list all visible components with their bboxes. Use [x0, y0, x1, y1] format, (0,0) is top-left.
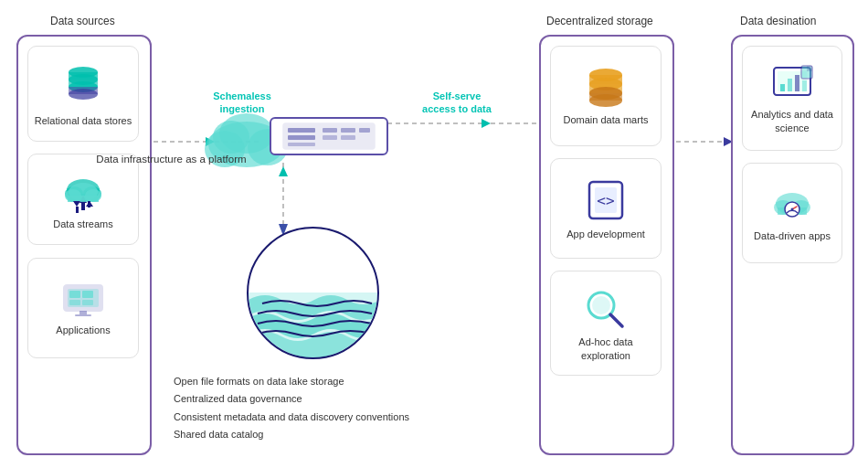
svg-rect-55 [341, 135, 355, 140]
feature-1: Open file formats on data lake storage [174, 373, 409, 390]
svg-line-69 [610, 314, 622, 326]
svg-rect-54 [323, 135, 337, 140]
svg-rect-40 [79, 311, 87, 314]
feature-2: Centralized data governance [174, 390, 409, 408]
svg-rect-36 [69, 291, 80, 298]
svg-rect-48 [288, 128, 315, 133]
sources-section-label: Data sources [50, 15, 115, 27]
card-datadriven: Data-driven apps [742, 163, 842, 263]
card-adhoc: Ad-hoc data exploration [550, 271, 662, 376]
svg-rect-38 [69, 300, 80, 305]
relational-label: Relational data stores [35, 114, 132, 127]
card-streams: Data streams [27, 154, 139, 245]
platform-box [270, 117, 388, 155]
datadriven-label: Data-driven apps [754, 229, 831, 242]
feature-4: Shared data catalog [174, 426, 409, 443]
svg-rect-33 [88, 201, 90, 207]
card-appdev: <> App development [550, 158, 662, 259]
features-list: Open file formats on data lake storage C… [174, 373, 409, 443]
svg-text:<>: <> [597, 192, 614, 209]
svg-rect-39 [82, 300, 93, 305]
adhoc-label: Ad-hoc data exploration [556, 335, 655, 362]
svg-rect-52 [341, 128, 355, 133]
appdev-label: App development [566, 228, 645, 240]
domain-label: Domain data marts [564, 113, 649, 126]
svg-point-46 [213, 121, 249, 154]
svg-rect-41 [75, 314, 91, 316]
main-diagram: Data sources Decentralized storage Data … [0, 0, 868, 468]
streams-label: Data streams [53, 218, 112, 230]
svg-point-63 [589, 94, 622, 107]
feature-3: Consistent metadata and data discovery c… [174, 409, 409, 426]
analytics-label: Analytics and data science [748, 108, 836, 134]
platform-label: Data infrastructure as a platform [96, 154, 247, 165]
card-domain: Domain data marts [550, 46, 662, 146]
svg-rect-49 [288, 135, 315, 140]
svg-point-84 [791, 207, 794, 210]
svg-rect-50 [288, 143, 315, 146]
svg-rect-73 [788, 79, 792, 91]
svg-rect-37 [82, 291, 93, 298]
card-relational: Relational data stores [27, 46, 139, 142]
svg-rect-72 [780, 84, 785, 91]
svg-rect-53 [359, 128, 370, 133]
svg-point-18 [69, 89, 98, 100]
access-label: Self-serve access to data [416, 90, 498, 116]
card-applications: Applications [27, 258, 139, 358]
svg-rect-31 [76, 207, 79, 213]
decentralized-section-label: Decentralized storage [546, 15, 653, 27]
destination-section-label: Data desination [740, 15, 816, 27]
svg-marker-30 [73, 201, 80, 207]
card-analytics: Analytics and data science [742, 46, 842, 151]
svg-point-68 [592, 296, 610, 314]
data-lake-circle [247, 227, 379, 359]
applications-label: Applications [56, 324, 110, 336]
svg-rect-75 [802, 80, 807, 91]
svg-rect-29 [68, 196, 99, 202]
svg-rect-74 [795, 75, 799, 91]
svg-rect-51 [323, 128, 337, 133]
